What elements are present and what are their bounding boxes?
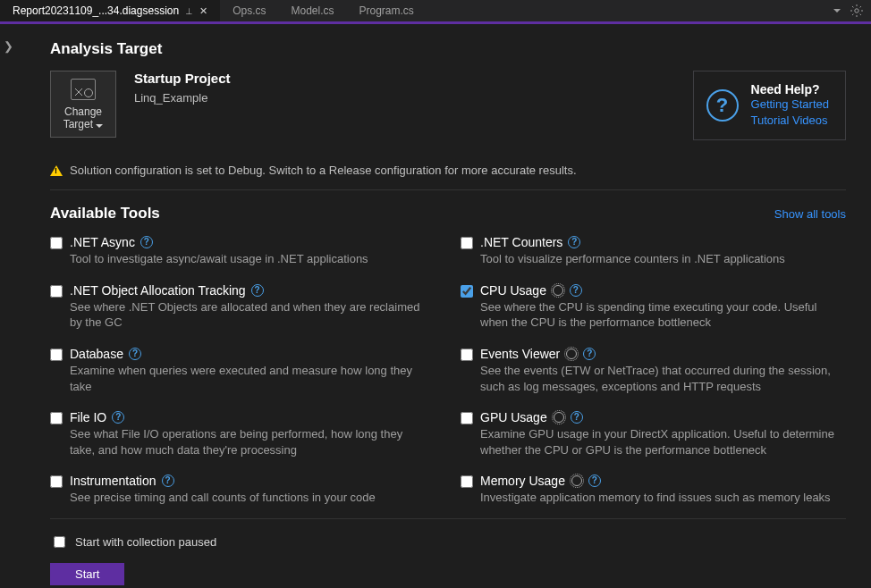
tool-item: File IO?See what File I/O operations are… xyxy=(50,410,436,458)
change-target-button[interactable]: Change Target xyxy=(50,71,116,138)
tool-name: CPU Usage xyxy=(480,283,546,298)
gear-icon[interactable] xyxy=(553,411,565,424)
target-info: Startup Project Linq_Example xyxy=(134,71,231,105)
divider xyxy=(50,518,846,519)
tool-name: .NET Counters xyxy=(480,235,562,249)
tool-description: Tool to visualize performance counters i… xyxy=(480,251,838,267)
help-title: Need Help? xyxy=(751,82,829,97)
tool-item: Memory Usage?Investigate application mem… xyxy=(461,474,846,506)
info-icon[interactable]: ? xyxy=(162,475,174,487)
tool-checkbox[interactable] xyxy=(50,412,63,424)
tool-checkbox[interactable] xyxy=(461,475,473,488)
help-link-getting-started[interactable]: Getting Started xyxy=(751,97,829,113)
tool-description: Examine when queries were executed and m… xyxy=(70,363,427,394)
change-target-label-2: Target xyxy=(63,118,104,130)
tool-checkbox[interactable] xyxy=(50,475,63,488)
info-icon[interactable]: ? xyxy=(588,475,601,487)
tool-description: See the events (ETW or NetTrace) that oc… xyxy=(480,363,838,394)
chevron-down-icon xyxy=(96,124,103,128)
tool-item: .NET Object Allocation Tracking?See wher… xyxy=(50,283,436,331)
divider xyxy=(50,189,846,190)
tool-checkbox[interactable] xyxy=(461,349,473,361)
tool-checkbox[interactable] xyxy=(461,237,473,249)
tool-description: See what File I/O operations are being p… xyxy=(70,426,427,458)
expand-chevron-icon[interactable]: ❯ xyxy=(4,39,20,53)
tool-description: See where .NET Objects are allocated and… xyxy=(70,299,427,331)
tab-model[interactable]: Model.cs xyxy=(278,0,346,21)
tab-label: Model.cs xyxy=(291,4,334,17)
info-icon[interactable]: ? xyxy=(583,348,596,360)
start-button[interactable]: Start xyxy=(50,563,124,585)
target-icon xyxy=(71,79,96,100)
help-link-tutorial-videos[interactable]: Tutorial Videos xyxy=(751,113,829,129)
info-icon[interactable]: ? xyxy=(568,236,580,248)
tool-description: Investigate application memory to find i… xyxy=(480,490,838,506)
tab-label: Ops.cs xyxy=(233,4,266,17)
tab-overflow-icon[interactable] xyxy=(833,9,841,13)
tool-description: Tool to investigate async/await usage in… xyxy=(70,251,427,267)
tool-checkbox[interactable] xyxy=(461,285,473,298)
tool-name: GPU Usage xyxy=(480,410,547,424)
start-paused-checkbox[interactable] xyxy=(54,536,65,548)
section-title-tools: Available Tools xyxy=(50,205,160,223)
tool-checkbox[interactable] xyxy=(461,412,473,424)
warning-icon xyxy=(50,165,63,176)
tool-name: Instrumentation xyxy=(70,474,156,488)
gear-icon[interactable] xyxy=(850,4,864,18)
show-all-tools-link[interactable]: Show all tools xyxy=(774,207,846,221)
gear-icon[interactable] xyxy=(571,475,583,487)
tool-checkbox[interactable] xyxy=(50,237,63,249)
tab-label: Report20231109_...34.diagsession xyxy=(13,4,179,17)
tool-item: Database?Examine when queries were execu… xyxy=(50,347,436,394)
target-title: Startup Project xyxy=(134,71,231,86)
tool-name: .NET Object Allocation Tracking xyxy=(70,283,246,298)
tab-diagsession[interactable]: Report20231109_...34.diagsession ⟂ ✕ xyxy=(0,0,220,21)
info-icon[interactable]: ? xyxy=(571,411,583,424)
info-icon[interactable]: ? xyxy=(251,284,264,297)
tool-description: See precise timing and call counts of fu… xyxy=(70,490,427,506)
info-icon[interactable]: ? xyxy=(112,411,124,424)
help-icon: ? xyxy=(706,89,739,122)
start-paused-label: Start with collection paused xyxy=(75,535,216,549)
tab-strip: Report20231109_...34.diagsession ⟂ ✕ Ops… xyxy=(0,0,871,21)
tool-item: CPU Usage?See where the CPU is spending … xyxy=(461,283,846,331)
tool-checkbox[interactable] xyxy=(50,285,63,298)
tool-item: .NET Counters?Tool to visualize performa… xyxy=(461,235,846,267)
tool-name: File IO xyxy=(70,410,106,424)
gear-icon[interactable] xyxy=(552,284,564,297)
gear-icon[interactable] xyxy=(565,348,578,360)
tool-item: Events Viewer?See the events (ETW or Net… xyxy=(461,347,846,394)
help-panel: ? Need Help? Getting Started Tutorial Vi… xyxy=(693,71,846,140)
close-icon[interactable]: ✕ xyxy=(199,5,207,17)
tools-grid: .NET Async?Tool to investigate async/awa… xyxy=(50,235,846,505)
tool-description: Examine GPU usage in your DirectX applic… xyxy=(480,426,838,458)
tab-ops[interactable]: Ops.cs xyxy=(220,0,278,21)
tool-item: Instrumentation?See precise timing and c… xyxy=(50,474,436,506)
tool-name: .NET Async xyxy=(70,235,135,249)
section-title-target: Analysis Target xyxy=(50,40,846,58)
tool-name: Memory Usage xyxy=(480,474,565,488)
svg-point-0 xyxy=(855,9,858,13)
tool-name: Events Viewer xyxy=(480,347,560,361)
tab-label: Program.cs xyxy=(359,4,414,17)
tool-item: .NET Async?Tool to investigate async/awa… xyxy=(50,235,436,267)
tool-item: GPU Usage?Examine GPU usage in your Dire… xyxy=(461,410,846,458)
warning-text: Solution configuration is set to Debug. … xyxy=(70,164,577,177)
info-icon[interactable]: ? xyxy=(140,236,153,248)
change-target-label-1: Change xyxy=(64,105,102,118)
pin-icon[interactable]: ⟂ xyxy=(186,5,192,16)
tab-program[interactable]: Program.cs xyxy=(347,0,427,21)
tool-name: Database xyxy=(70,347,123,361)
info-icon[interactable]: ? xyxy=(129,348,141,360)
info-icon[interactable]: ? xyxy=(570,284,582,297)
target-subtitle: Linq_Example xyxy=(134,91,231,105)
tool-description: See where the CPU is spending time execu… xyxy=(480,299,838,331)
tool-checkbox[interactable] xyxy=(50,349,63,361)
